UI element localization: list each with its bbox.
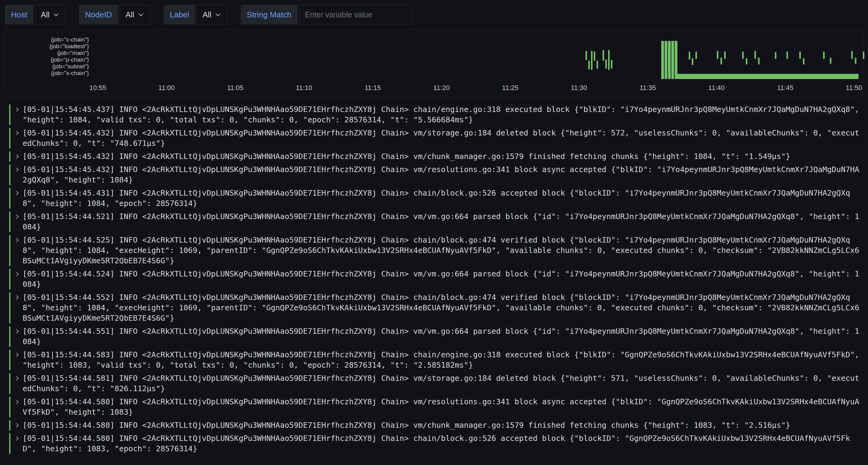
chevron-right-icon[interactable]	[10, 151, 23, 162]
chevron-right-icon[interactable]	[10, 235, 23, 266]
log-row[interactable]: [05-01|15:54:44.583] INFO <2AcRkXTLLtQjv…	[9, 350, 860, 370]
chevron-right-icon[interactable]	[10, 350, 23, 370]
chevron-right-icon[interactable]	[10, 128, 23, 148]
log-volume-bar	[596, 61, 598, 69]
chevron-right-icon[interactable]	[10, 269, 23, 290]
log-row[interactable]: [05-01|15:54:44.580] INFO <2AcRkXTLLtQjv…	[9, 433, 860, 454]
log-volume-bar	[611, 60, 612, 69]
log-line-text: [05-01|15:54:44.524] INFO <2AcRkXTLLtQjv…	[23, 269, 860, 290]
log-row[interactable]: [05-01|15:54:44.580] INFO <2AcRkXTLLtQjv…	[9, 397, 860, 418]
string-match-input[interactable]	[299, 5, 413, 24]
time-tick-label: 11:25	[502, 84, 518, 92]
log-volume-bar	[695, 52, 697, 59]
gridline	[441, 33, 442, 82]
variable-label: Label All	[164, 5, 227, 24]
chevron-right-icon[interactable]	[10, 164, 23, 185]
log-line-text: [05-01|15:54:45.431] INFO <2AcRkXTLLtQjv…	[23, 188, 860, 209]
log-line-text: [05-01|15:54:44.580] INFO <2AcRkXTLLtQjv…	[23, 397, 860, 418]
log-row[interactable]: [05-01|15:54:45.432] INFO <2AcRkXTLLtQjv…	[9, 151, 860, 162]
log-row[interactable]: [05-01|15:54:44.521] INFO <2AcRkXTLLtQjv…	[9, 211, 860, 232]
dashboard-variables-toolbar: Host All NodeID All Label All String Mat…	[0, 0, 868, 28]
chevron-right-icon[interactable]	[10, 292, 23, 324]
variable-nodeid-label: NodeID	[79, 5, 118, 24]
log-row[interactable]: [05-01|15:54:45.432] INFO <2AcRkXTLLtQjv…	[9, 164, 860, 185]
log-volume-bar	[724, 52, 726, 59]
log-line-text: [05-01|15:54:44.580] INFO <2AcRkXTLLtQjv…	[23, 420, 860, 431]
series-label[interactable]: {job="subnet"}	[8, 63, 89, 70]
series-label[interactable]: {job="main"}	[8, 50, 89, 57]
chevron-right-icon[interactable]	[10, 420, 23, 431]
log-volume-bar	[586, 51, 587, 60]
log-line-text: [05-01|15:54:45.437] INFO <2AcRkXTLLtQjv…	[23, 104, 860, 125]
log-row[interactable]: [05-01|15:54:44.525] INFO <2AcRkXTLLtQjv…	[9, 235, 860, 266]
gridline	[98, 33, 98, 82]
log-volume-bar	[775, 52, 776, 59]
log-volume-bar	[742, 52, 744, 59]
gridline	[166, 33, 167, 82]
chevron-right-icon[interactable]	[10, 188, 23, 209]
chevron-right-icon[interactable]	[10, 433, 23, 454]
log-volume-bar	[605, 60, 607, 69]
log-volume-bar	[754, 51, 756, 59]
log-volume-bar	[677, 74, 859, 79]
series-label[interactable]: {job="c-chain"}	[8, 36, 89, 43]
series-labels: {job="c-chain"}{job="loadtest"}{job="mai…	[8, 36, 89, 76]
log-row[interactable]: [05-01|15:54:44.524] INFO <2AcRkXTLLtQjv…	[9, 269, 860, 290]
log-volume-bar	[823, 52, 825, 59]
variable-label-value: All	[203, 10, 211, 20]
gridline	[510, 33, 511, 82]
log-volume-bar	[717, 51, 718, 59]
log-volume-bar	[664, 41, 667, 79]
series-label[interactable]: {job="p-chain"}	[8, 57, 89, 63]
series-label[interactable]: {job="x-chain"}	[8, 70, 89, 76]
chevron-down-icon	[54, 11, 59, 16]
gridline	[235, 33, 236, 82]
variable-host-select[interactable]: All	[35, 5, 65, 24]
log-volume-plot[interactable]	[93, 33, 859, 82]
log-line-text: [05-01|15:54:44.581] INFO <2AcRkXTLLtQjv…	[23, 373, 860, 394]
gridline	[648, 33, 648, 82]
time-tick-label: 11:40	[708, 84, 724, 92]
variable-host-label: Host	[5, 5, 33, 24]
log-volume-bar	[799, 52, 801, 59]
time-tick-label: 11:05	[227, 84, 243, 92]
chevron-right-icon[interactable]	[10, 326, 23, 347]
log-row[interactable]: [05-01|15:54:45.432] INFO <2AcRkXTLLtQjv…	[9, 128, 860, 148]
log-line-text: [05-01|15:54:44.521] INFO <2AcRkXTLLtQjv…	[23, 211, 860, 232]
log-volume-bar	[591, 51, 592, 70]
time-axis: 10:5511:0011:0511:1011:1511:2011:2511:30…	[93, 84, 859, 94]
log-volume-bar	[689, 52, 690, 60]
log-volume-bar	[668, 41, 671, 79]
log-volume-bar	[803, 58, 804, 64]
log-volume-bar	[830, 58, 831, 64]
gridline	[304, 33, 304, 82]
log-volume-bar	[594, 52, 595, 61]
log-row[interactable]: [05-01|15:54:44.551] INFO <2AcRkXTLLtQjv…	[9, 326, 860, 347]
log-row[interactable]: [05-01|15:54:44.580] INFO <2AcRkXTLLtQjv…	[9, 420, 860, 431]
chevron-down-icon	[138, 11, 143, 16]
log-row[interactable]: [05-01|15:54:45.437] INFO <2AcRkXTLLtQjv…	[9, 104, 860, 125]
series-label[interactable]: {job="loadtest"}	[8, 43, 89, 50]
variable-label-label: Label	[164, 5, 195, 24]
variable-nodeid-value: All	[126, 10, 134, 20]
log-volume-panel: {job="c-chain"}{job="loadtest"}{job="mai…	[5, 30, 863, 96]
variable-nodeid-select[interactable]: All	[120, 5, 150, 24]
log-volume-bar	[746, 58, 747, 64]
variable-label-select[interactable]: All	[197, 5, 227, 24]
log-row[interactable]: [05-01|15:54:45.431] INFO <2AcRkXTLLtQjv…	[9, 188, 860, 209]
log-list: [05-01|15:54:45.437] INFO <2AcRkXTLLtQjv…	[0, 101, 868, 454]
log-row[interactable]: [05-01|15:54:44.581] INFO <2AcRkXTLLtQjv…	[9, 373, 860, 394]
log-volume-bar	[675, 41, 677, 79]
chevron-right-icon[interactable]	[10, 373, 23, 394]
log-line-text: [05-01|15:54:45.432] INFO <2AcRkXTLLtQjv…	[23, 164, 860, 185]
chevron-right-icon[interactable]	[10, 211, 23, 232]
log-row[interactable]: [05-01|15:54:44.552] INFO <2AcRkXTLLtQjv…	[9, 292, 860, 324]
chevron-right-icon[interactable]	[10, 104, 23, 125]
variable-string-match: String Match	[241, 5, 413, 24]
variable-string-match-label: String Match	[241, 5, 298, 24]
time-tick-label: 11:30	[571, 84, 587, 92]
log-line-text: [05-01|15:54:45.432] INFO <2AcRkXTLLtQjv…	[23, 128, 860, 148]
log-volume-bar	[855, 58, 857, 64]
chevron-right-icon[interactable]	[10, 397, 23, 418]
log-volume-bar	[588, 61, 590, 69]
